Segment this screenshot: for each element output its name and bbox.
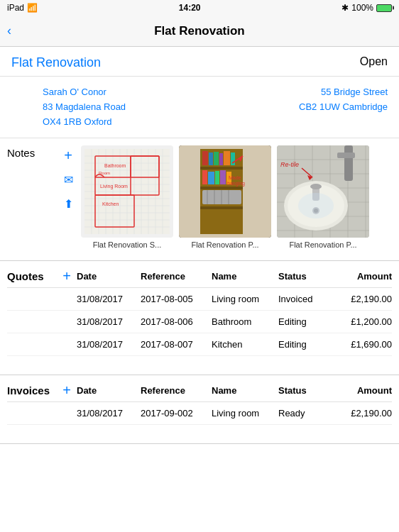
invoices-section: Invoices + Date Reference Name Status Am… bbox=[0, 379, 399, 425]
svg-rect-35 bbox=[200, 187, 243, 189]
client-address1: 83 Magdalena Road bbox=[43, 100, 126, 115]
open-button[interactable]: Open bbox=[360, 55, 388, 68]
status-bar: iPad 📶 14:20 ✱ 100% bbox=[0, 0, 399, 16]
quote-row-2[interactable]: 31/08/2017 2017-08-007 Kitchen Editing £… bbox=[7, 333, 392, 356]
photo-label-0: Flat Renovation S... bbox=[93, 240, 162, 249]
quote-2-status: Editing bbox=[278, 339, 335, 350]
quote-2-date: 31/08/2017 bbox=[77, 339, 141, 350]
svg-rect-43 bbox=[202, 170, 207, 184]
svg-text:Re-tile: Re-tile bbox=[280, 161, 299, 168]
quote-2-amount: £1,690.00 bbox=[335, 339, 392, 350]
notes-section: Notes + ✉ ⬆ bbox=[0, 138, 399, 256]
quote-row-0[interactable]: 31/08/2017 2017-08-005 Living room Invoi… bbox=[7, 288, 392, 311]
quotes-col-date: Date bbox=[77, 271, 141, 282]
page-content: Flat Renovation Open Sarah O' Conor 83 M… bbox=[0, 47, 399, 444]
svg-rect-34 bbox=[200, 167, 243, 170]
quote-0-ref: 2017-08-005 bbox=[141, 294, 212, 304]
quote-0-status: Invoiced bbox=[278, 294, 335, 304]
invoices-col-status: Status bbox=[278, 385, 335, 396]
svg-rect-39 bbox=[214, 152, 219, 165]
photo-item-sink[interactable]: Re-tile Flat Renovation P... bbox=[277, 145, 369, 249]
add-invoice-button[interactable]: + bbox=[57, 382, 77, 399]
wifi-icon: 📶 bbox=[27, 3, 38, 13]
divider-2 bbox=[0, 375, 399, 375]
notes-actions: + ✉ ⬆ bbox=[58, 145, 78, 249]
client-name: Sarah O' Conor bbox=[43, 85, 126, 100]
svg-rect-70 bbox=[337, 153, 355, 158]
svg-rect-38 bbox=[209, 153, 213, 165]
svg-text:Bathroom: Bathroom bbox=[104, 163, 126, 168]
client-address-right: 55 Bridge Street CB2 1UW Cambridge bbox=[299, 85, 388, 129]
battery-percent: 100% bbox=[351, 3, 373, 13]
photo-item-sketch[interactable]: Bathroom Room Living Room Kitchen Flat R… bbox=[81, 145, 173, 249]
quote-0-amount: £2,190.00 bbox=[335, 294, 392, 304]
photo-item-bookshelf[interactable]: Made hanging Flat Renovation P... bbox=[179, 145, 271, 249]
nav-title: Flat Renovation bbox=[154, 24, 245, 38]
invoice-0-date: 31/08/2017 bbox=[77, 408, 141, 419]
email-note-button[interactable]: ✉ bbox=[58, 170, 78, 189]
quotes-label: Quotes bbox=[7, 270, 57, 282]
section-spacer-1 bbox=[0, 356, 399, 370]
quotes-section: Quotes + Date Reference Name Status Amou… bbox=[0, 265, 399, 356]
project-header: Flat Renovation Open bbox=[0, 47, 399, 77]
nav-bar: ‹ Flat Renovation bbox=[0, 16, 399, 47]
photo-label-2: Flat Renovation P... bbox=[289, 240, 356, 249]
svg-text:Kitchen: Kitchen bbox=[102, 201, 119, 206]
photo-label-1: Flat Renovation P... bbox=[191, 240, 258, 249]
add-note-button[interactable]: + bbox=[58, 145, 78, 165]
svg-text:Room: Room bbox=[99, 171, 110, 175]
invoices-header-row: Invoices + Date Reference Name Status Am… bbox=[7, 379, 392, 402]
quote-1-name: Bathroom bbox=[212, 316, 278, 327]
photo-thumb-sink: Re-tile bbox=[277, 145, 369, 238]
quote-2-name: Kitchen bbox=[212, 339, 278, 350]
back-button[interactable]: ‹ bbox=[7, 23, 11, 38]
svg-text:Living Room: Living Room bbox=[100, 184, 128, 189]
notes-label: Notes bbox=[7, 145, 57, 159]
svg-rect-40 bbox=[219, 153, 223, 165]
quote-2-ref: 2017-08-007 bbox=[141, 339, 212, 350]
invoices-label: Invoices bbox=[7, 384, 57, 397]
quote-row-1[interactable]: 31/08/2017 2017-08-006 Bathroom Editing … bbox=[7, 311, 392, 333]
share-note-button[interactable]: ⬆ bbox=[58, 194, 78, 214]
invoices-col-amount: Amount bbox=[335, 385, 392, 396]
invoice-0-name: Living room bbox=[212, 408, 278, 419]
carrier-label: iPad bbox=[7, 3, 24, 13]
battery-icon bbox=[376, 4, 392, 12]
svg-rect-41 bbox=[224, 151, 230, 165]
quote-1-status: Editing bbox=[278, 316, 335, 327]
bluetooth-icon: ✱ bbox=[341, 3, 349, 13]
quotes-col-amount: Amount bbox=[335, 271, 392, 282]
quotes-col-ref: Reference bbox=[141, 271, 212, 282]
invoices-col-date: Date bbox=[77, 385, 141, 396]
svg-rect-46 bbox=[220, 170, 226, 184]
svg-point-77 bbox=[298, 193, 334, 218]
svg-rect-36 bbox=[200, 206, 243, 209]
photo-thumb-bookshelf: Made hanging bbox=[179, 145, 271, 238]
invoices-col-ref: Reference bbox=[141, 385, 212, 396]
quote-1-amount: £1,200.00 bbox=[335, 316, 392, 327]
svg-rect-44 bbox=[208, 172, 214, 184]
add-quote-button[interactable]: + bbox=[57, 268, 77, 284]
svg-rect-45 bbox=[215, 171, 219, 184]
divider-1 bbox=[0, 260, 399, 261]
photos-row: Bathroom Room Living Room Kitchen Flat R… bbox=[78, 145, 399, 249]
status-time: 14:20 bbox=[179, 3, 201, 13]
client-address-left: Sarah O' Conor 83 Magdalena Road OX4 1RB… bbox=[43, 85, 126, 129]
invoice-0-amount: £2,190.00 bbox=[335, 408, 392, 419]
invoice-0-status: Ready bbox=[278, 408, 335, 419]
client-info: Sarah O' Conor 83 Magdalena Road OX4 1RB… bbox=[0, 77, 399, 138]
quote-1-date: 31/08/2017 bbox=[77, 316, 141, 327]
quote-0-name: Living room bbox=[212, 294, 278, 304]
section-spacer-2 bbox=[0, 425, 399, 439]
quotes-col-status: Status bbox=[278, 271, 335, 282]
client-address2: OX4 1RB Oxford bbox=[43, 115, 126, 130]
status-right: ✱ 100% bbox=[341, 3, 392, 13]
quotes-header-row: Quotes + Date Reference Name Status Amou… bbox=[7, 265, 392, 288]
quote-1-ref: 2017-08-006 bbox=[141, 316, 212, 327]
quote-0-date: 31/08/2017 bbox=[77, 294, 141, 304]
svg-rect-69 bbox=[344, 145, 353, 181]
invoice-row-0[interactable]: 31/08/2017 2017-09-002 Living room Ready… bbox=[7, 402, 392, 425]
divider-3 bbox=[0, 443, 399, 444]
svg-point-76 bbox=[310, 184, 322, 189]
project-title[interactable]: Flat Renovation bbox=[11, 55, 101, 70]
